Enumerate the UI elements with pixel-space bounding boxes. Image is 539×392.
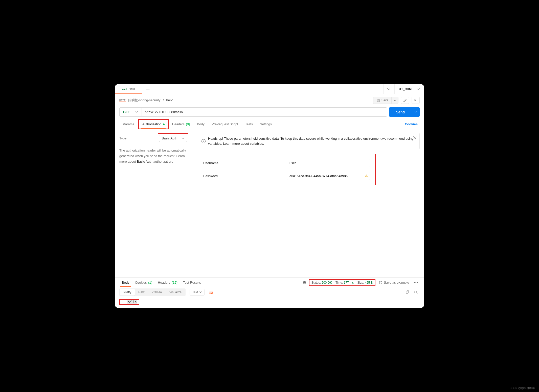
view-preview[interactable]: Preview: [148, 289, 166, 296]
line-number: 1: [120, 300, 127, 304]
copy-button[interactable]: [403, 289, 411, 295]
tab-params[interactable]: Params: [119, 120, 138, 129]
info-icon: i: [201, 139, 206, 143]
tab-headers[interactable]: Headers (9): [169, 120, 194, 129]
resp-tab-cookies[interactable]: Cookies (1): [132, 279, 155, 286]
header-row: HTTP 陈明松-spring-security / hello Save: [115, 94, 424, 106]
svg-rect-2: [406, 291, 408, 293]
resp-tab-tests[interactable]: Test Results: [181, 279, 204, 286]
variables-link[interactable]: variables: [250, 142, 263, 145]
view-tabs: Pretty Raw Preview Visualize: [119, 288, 186, 296]
tab-tests[interactable]: Tests: [242, 120, 256, 129]
save-button[interactable]: Save: [373, 97, 391, 104]
username-input[interactable]: [287, 159, 370, 167]
tab-authorization[interactable]: Authorization: [138, 119, 169, 129]
save-dropdown[interactable]: [391, 97, 398, 104]
resp-tab-body[interactable]: Body: [119, 279, 132, 286]
wrap-lines-button[interactable]: [208, 289, 214, 295]
request-tabs: Params Authorization Headers (9) Body Pr…: [115, 119, 424, 129]
floppy-icon: [379, 281, 383, 284]
sensitive-notice: i Heads up! These parameters hold sensit…: [198, 133, 420, 149]
search-button[interactable]: [412, 289, 420, 295]
tab-body[interactable]: Body: [193, 120, 208, 129]
auth-content: i Heads up! These parameters hold sensit…: [193, 129, 424, 277]
url-input[interactable]: [142, 108, 387, 116]
send-split: Send: [389, 107, 420, 117]
http-badge-icon: HTTP: [119, 99, 126, 102]
response-body[interactable]: 1 hello: [115, 298, 424, 308]
save-as-example-button[interactable]: Save as example: [379, 281, 409, 284]
tab-settings[interactable]: Settings: [256, 120, 275, 129]
edit-button[interactable]: [401, 97, 409, 104]
time-value: 177 ms: [344, 281, 354, 284]
breadcrumb: 陈明松-spring-security / hello: [128, 98, 173, 103]
plus-icon: [146, 87, 150, 91]
chevron-down-icon: [417, 88, 420, 90]
response-text: hello: [127, 300, 137, 304]
close-icon: [413, 136, 416, 139]
format-select[interactable]: Text: [190, 289, 205, 296]
url-box: GET: [119, 107, 387, 117]
add-tab-button[interactable]: [142, 84, 153, 94]
tab-prerequest[interactable]: Pre-request Script: [208, 120, 242, 129]
send-dropdown[interactable]: [412, 107, 420, 117]
wrap-icon: [209, 290, 213, 294]
size-value: 425 B: [365, 281, 373, 284]
send-button[interactable]: Send: [389, 107, 412, 117]
view-raw[interactable]: Raw: [135, 289, 148, 296]
username-label: Username: [203, 161, 287, 165]
floppy-icon: [376, 99, 380, 102]
more-button[interactable]: •••: [413, 281, 420, 284]
svg-point-3: [415, 291, 417, 293]
copy-icon: [406, 290, 409, 294]
comment-icon: [414, 99, 417, 102]
cookies-link[interactable]: Cookies: [403, 120, 420, 129]
chevron-down-icon: [136, 111, 138, 113]
svg-rect-0: [414, 99, 417, 101]
warning-icon: [365, 174, 368, 178]
type-label: Type: [119, 136, 126, 140]
chevron-down-icon: [182, 137, 184, 139]
comment-button[interactable]: [412, 97, 420, 104]
save-split-button: Save: [373, 97, 398, 104]
active-dot-icon: [163, 124, 165, 125]
password-label: Password: [203, 174, 287, 178]
auth-pane: Type Basic Auth The authorization header…: [115, 129, 424, 277]
pencil-icon: [403, 99, 407, 102]
response-toolbar: Pretty Raw Preview Visualize Text: [115, 286, 424, 298]
breadcrumb-leaf: hello: [166, 98, 173, 102]
chevron-down-icon: [415, 111, 417, 113]
auth-description: The authorization header will be automat…: [119, 148, 188, 164]
chevron-down-icon: [199, 291, 202, 293]
auth-sidebar: Type Basic Auth The authorization header…: [115, 129, 193, 277]
cursor-icon: [137, 300, 137, 304]
auth-type-select[interactable]: Basic Auth: [159, 135, 187, 142]
method-label: GET: [123, 110, 130, 114]
chevron-down-icon: [387, 88, 390, 90]
watermark: CSDN @@来杯咖啡: [509, 386, 535, 390]
close-notice-button[interactable]: [413, 136, 416, 139]
tab-name: hello: [129, 87, 135, 91]
tab-method: GET: [122, 87, 127, 90]
response-tabs: Body Cookies (1) Headers (12) Test Resul…: [115, 277, 424, 286]
request-tab[interactable]: GET hello: [115, 84, 142, 94]
chevron-down-icon: [394, 100, 396, 101]
password-input[interactable]: [287, 172, 370, 180]
environment-selector[interactable]: XT_CRM: [394, 84, 424, 94]
response-status: Status: 200 OK Time: 177 ms Size: 425 B: [309, 279, 375, 286]
url-row: GET Send: [115, 106, 424, 119]
resp-tab-headers[interactable]: Headers (12): [155, 279, 180, 286]
auth-fields: Username Password: [198, 154, 376, 185]
view-pretty[interactable]: Pretty: [120, 289, 135, 296]
status-value: 200 OK: [322, 281, 332, 284]
breadcrumb-collection[interactable]: 陈明松-spring-security: [128, 98, 161, 102]
search-icon: [414, 290, 418, 294]
tab-bar: GET hello XT_CRM: [115, 84, 424, 94]
basic-auth-link[interactable]: Basic Auth: [137, 160, 152, 163]
environment-name: XT_CRM: [399, 87, 412, 91]
method-dropdown[interactable]: GET: [120, 108, 142, 116]
view-visualize[interactable]: Visualize: [166, 289, 185, 296]
globe-icon[interactable]: [303, 281, 306, 284]
app-window: GET hello XT_CRM HTTP 陈明松-spring-securit…: [115, 84, 424, 308]
tabs-dropdown[interactable]: [383, 84, 394, 94]
